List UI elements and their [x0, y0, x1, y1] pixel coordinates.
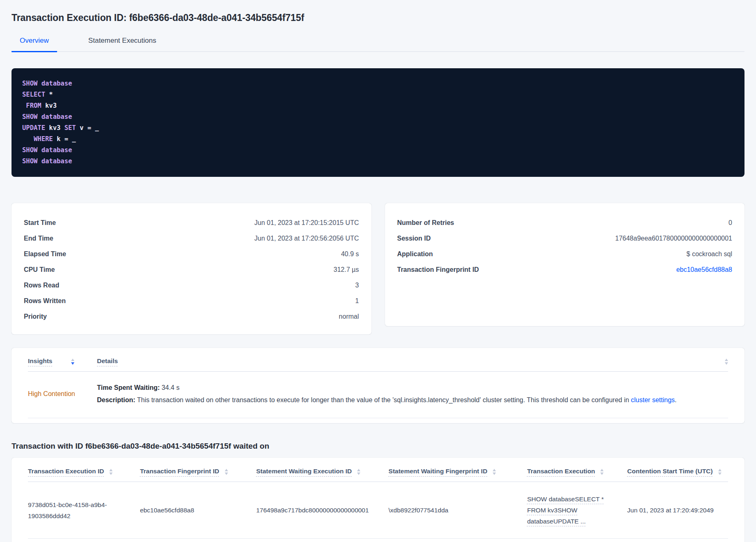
stat-row-elapsed-time: Elapsed Time 40.9 s [24, 246, 359, 262]
stat-value: 1 [355, 297, 359, 305]
column-header-stmt-waiting-fingerprint-id[interactable]: Statement Waiting Fingerprint ID [389, 468, 527, 475]
cluster-settings-link[interactable]: cluster settings [631, 396, 675, 403]
page-title: Transaction Execution ID: f6be6366-da03-… [12, 12, 744, 23]
stat-label: Priority [24, 313, 47, 320]
sort-carets-icon [71, 359, 74, 365]
stat-label: Rows Read [24, 282, 59, 289]
stat-value: $ cockroach sql [687, 250, 732, 258]
stat-row-rows-read: Rows Read 3 [24, 278, 359, 293]
cell-contention-start-time: Jun 01, 2023 at 17:20:49:2049 [627, 505, 728, 516]
waited-table-header: Transaction Execution ID Transaction Fin… [28, 458, 728, 482]
sql-token: kv3 [45, 102, 57, 109]
stat-label: End Time [24, 235, 53, 242]
stat-row-session-id: Session ID 17648a9eea6017800000000000000… [397, 231, 733, 246]
column-header-txn-fingerprint-id[interactable]: Transaction Fingerprint ID [140, 468, 256, 475]
column-label: Statement Waiting Fingerprint ID [389, 468, 488, 475]
column-header-stmt-waiting-execution-id[interactable]: Statement Waiting Execution ID [256, 468, 389, 475]
sort-carets-icon [109, 469, 113, 475]
column-label: Transaction Execution ID [28, 468, 104, 475]
insights-table-card: Insights Details High Contention Time Sp… [12, 348, 744, 423]
sql-line: WHERE k = _ [22, 134, 734, 145]
sql-token: v = _ [80, 124, 99, 132]
stat-label: Session ID [397, 235, 431, 242]
sql-token: SET [65, 124, 80, 132]
sql-line: SELECT * [22, 89, 734, 100]
sort-carets-icon [225, 469, 228, 475]
tab-bar: Overview Statement Executions [12, 34, 744, 52]
cell-stmt-waiting-execution-id: 176498a9c717bdc80000000000000001 [256, 505, 389, 516]
stat-label: CPU Time [24, 266, 55, 273]
sql-token: FROM [22, 102, 45, 109]
column-label: Contention Start Time (UTC) [627, 468, 713, 475]
insight-description: Description: This transaction waited on … [97, 394, 728, 406]
sort-carets-icon [725, 359, 728, 365]
cell-txn-execution-id: 9738d051-bc0e-4158-a9b4-1903586ddd42 [28, 499, 140, 521]
time-spent-waiting: Time Spent Waiting: 34.4 s [97, 382, 728, 394]
waited-on-heading: Transaction with ID f6be6366-da03-48de-a… [12, 442, 744, 451]
column-header-txn-execution-id[interactable]: Transaction Execution ID [28, 468, 140, 475]
sql-token: * [49, 91, 53, 98]
stat-label: Transaction Fingerprint ID [397, 266, 479, 273]
transaction-execution-link[interactable]: SHOW databaseSELECT * FROM kv3SHOW datab… [527, 496, 604, 525]
sql-line: SHOW database [22, 145, 734, 156]
insights-table-header: Insights Details [28, 348, 728, 372]
stat-row-start-time: Start Time Jun 01, 2023 at 17:20:15:2015… [24, 215, 359, 231]
stat-value: 0 [728, 219, 732, 227]
stat-value: Jun 01, 2023 at 17:20:56:2056 UTC [254, 235, 359, 242]
column-label: Transaction Execution [527, 468, 595, 475]
stat-value: 3 [355, 282, 359, 289]
column-label: Details [97, 357, 118, 365]
column-header-txn-execution[interactable]: Transaction Execution [527, 468, 627, 475]
insight-type-badge: High Contention [28, 390, 97, 398]
cell-txn-execution: SHOW databaseSELECT * FROM kv3SHOW datab… [527, 493, 627, 527]
transaction-details-page: Transaction Execution ID: f6be6366-da03-… [0, 0, 756, 542]
sql-token: UPDATE [22, 124, 49, 132]
column-header-details[interactable]: Details [97, 357, 716, 365]
stat-label: Number of Retries [397, 219, 454, 227]
stat-row-txn-fingerprint: Transaction Fingerprint ID ebc10ae56cfd8… [397, 262, 733, 278]
cell-txn-fingerprint-id: ebc10ae56cfd88a8 [140, 505, 256, 516]
sql-line: SHOW database [22, 111, 734, 123]
stat-label: Rows Written [24, 297, 66, 305]
column-header-insights[interactable]: Insights [28, 357, 97, 365]
stat-row-rows-written: Rows Written 1 [24, 293, 359, 309]
sql-token: SHOW database [22, 146, 72, 154]
sql-token: SHOW database [22, 158, 72, 165]
stat-row-priority: Priority normal [24, 309, 359, 324]
tab-overview[interactable]: Overview [12, 34, 57, 52]
stat-value: 17648a9eea6017800000000000000001 [615, 235, 732, 242]
insight-details: Time Spent Waiting: 34.4 s Description: … [97, 382, 728, 406]
cell-stmt-waiting-fingerprint-id: \xdb8922f077541dda [389, 505, 527, 516]
description-label: Description: [97, 396, 135, 403]
sql-token: k = _ [57, 135, 76, 143]
execution-stats-card: Start Time Jun 01, 2023 at 17:20:15:2015… [12, 203, 371, 334]
stat-value: normal [339, 313, 359, 320]
sql-line: FROM kv3 [22, 100, 734, 111]
sql-token: SHOW database [22, 113, 72, 120]
stat-label: Start Time [24, 219, 56, 227]
stat-row-application: Application $ cockroach sql [397, 246, 733, 262]
table-row: 9738d051-bc0e-4158-a9b4-1903586ddd42 ebc… [28, 482, 728, 539]
sql-token: SELECT [22, 91, 49, 98]
sql-line: UPDATE kv3 SET v = _ [22, 123, 734, 134]
transaction-fingerprint-link[interactable]: ebc10ae56cfd88a8 [676, 266, 732, 273]
tab-statement-executions[interactable]: Statement Executions [80, 34, 164, 52]
stat-label: Elapsed Time [24, 250, 66, 258]
waited-on-table-card: Transaction Execution ID Transaction Fin… [12, 458, 744, 542]
insight-row: High Contention Time Spent Waiting: 34.4… [28, 372, 728, 418]
column-label: Transaction Fingerprint ID [140, 468, 219, 475]
sql-token: kv3 [49, 124, 64, 132]
time-spent-waiting-value: 34.4 s [160, 384, 180, 391]
time-spent-waiting-label: Time Spent Waiting: [97, 384, 160, 391]
stat-value: Jun 01, 2023 at 17:20:15:2015 UTC [254, 219, 359, 227]
stat-value: 40.9 s [341, 250, 359, 258]
table-sort-control[interactable] [719, 357, 728, 365]
sort-carets-icon [718, 469, 721, 475]
stat-row-retries: Number of Retries 0 [397, 215, 733, 231]
stat-row-cpu-time: CPU Time 312.7 µs [24, 262, 359, 278]
stat-row-end-time: End Time Jun 01, 2023 at 17:20:56:2056 U… [24, 231, 359, 246]
sql-line: SHOW database [22, 156, 734, 167]
column-header-contention-start-time[interactable]: Contention Start Time (UTC) [627, 468, 728, 475]
stat-label: Application [397, 250, 433, 258]
sql-statement-box: SHOW database SELECT * FROM kv3 SHOW dat… [12, 68, 744, 177]
